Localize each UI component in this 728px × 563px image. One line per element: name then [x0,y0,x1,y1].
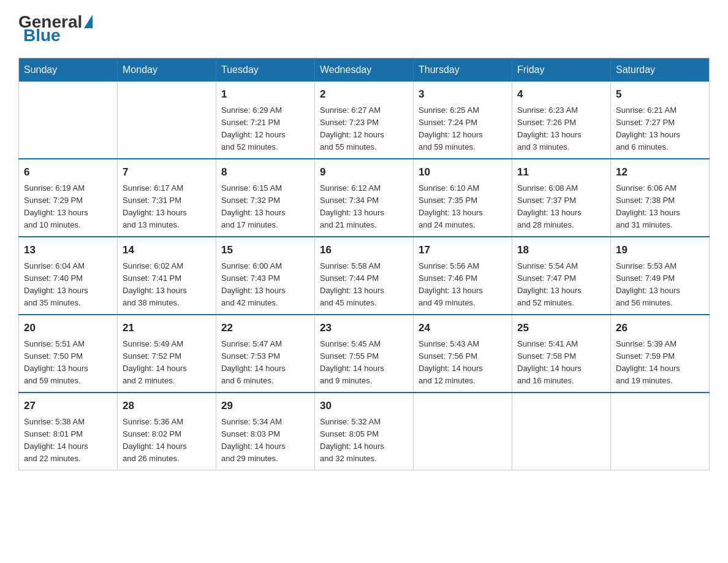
calendar-cell: 11Sunrise: 6:08 AM Sunset: 7:37 PM Dayli… [512,159,611,237]
calendar-cell: 26Sunrise: 5:39 AM Sunset: 7:59 PM Dayli… [611,315,710,393]
calendar-cell: 16Sunrise: 5:58 AM Sunset: 7:44 PM Dayli… [315,237,414,315]
calendar-cell: 24Sunrise: 5:43 AM Sunset: 7:56 PM Dayli… [414,315,512,393]
calendar-cell: 15Sunrise: 6:00 AM Sunset: 7:43 PM Dayli… [216,237,315,315]
calendar-cell: 5Sunrise: 6:21 AM Sunset: 7:27 PM Daylig… [611,82,710,159]
calendar-cell: 9Sunrise: 6:12 AM Sunset: 7:34 PM Daylig… [315,159,414,237]
calendar-cell: 12Sunrise: 6:06 AM Sunset: 7:38 PM Dayli… [611,159,710,237]
day-info: Sunrise: 5:54 AM Sunset: 7:47 PM Dayligh… [517,260,605,310]
calendar-week-3: 13Sunrise: 6:04 AM Sunset: 7:40 PM Dayli… [19,237,710,315]
calendar-cell [611,393,710,470]
calendar-cell: 14Sunrise: 6:02 AM Sunset: 7:41 PM Dayli… [118,237,216,315]
day-info: Sunrise: 5:38 AM Sunset: 8:01 PM Dayligh… [24,416,112,465]
calendar-cell: 6Sunrise: 6:19 AM Sunset: 7:29 PM Daylig… [19,159,118,237]
day-number: 21 [123,320,211,336]
day-info: Sunrise: 6:12 AM Sunset: 7:34 PM Dayligh… [320,182,408,232]
day-info: Sunrise: 6:04 AM Sunset: 7:40 PM Dayligh… [24,260,112,310]
weekday-header-monday: Monday [118,58,216,82]
day-number: 24 [419,320,507,336]
day-number: 3 [419,86,507,102]
day-number: 22 [221,320,309,336]
day-number: 15 [221,242,309,258]
calendar-week-4: 20Sunrise: 5:51 AM Sunset: 7:50 PM Dayli… [19,315,710,393]
day-number: 17 [419,242,507,258]
day-info: Sunrise: 5:49 AM Sunset: 7:52 PM Dayligh… [123,338,211,388]
day-number: 18 [517,242,605,258]
page-header: General Blue [18,12,710,45]
day-number: 13 [24,242,112,258]
calendar-table: SundayMondayTuesdayWednesdayThursdayFrid… [18,58,710,470]
day-info: Sunrise: 6:29 AM Sunset: 7:21 PM Dayligh… [221,104,309,154]
calendar-cell [19,82,118,159]
calendar-week-1: 1Sunrise: 6:29 AM Sunset: 7:21 PM Daylig… [19,82,710,159]
day-number: 2 [320,86,408,102]
calendar-cell: 18Sunrise: 5:54 AM Sunset: 7:47 PM Dayli… [512,237,611,315]
calendar-cell: 2Sunrise: 6:27 AM Sunset: 7:23 PM Daylig… [315,82,414,159]
calendar-cell [118,82,216,159]
day-info: Sunrise: 6:08 AM Sunset: 7:37 PM Dayligh… [517,182,605,232]
day-number: 1 [221,86,309,102]
day-info: Sunrise: 5:41 AM Sunset: 7:58 PM Dayligh… [517,338,605,388]
calendar-cell: 4Sunrise: 6:23 AM Sunset: 7:26 PM Daylig… [512,82,611,159]
day-info: Sunrise: 6:02 AM Sunset: 7:41 PM Dayligh… [123,260,211,310]
day-number: 16 [320,242,408,258]
day-info: Sunrise: 5:39 AM Sunset: 7:59 PM Dayligh… [616,338,704,388]
day-info: Sunrise: 5:47 AM Sunset: 7:53 PM Dayligh… [221,338,309,388]
logo-triangle-icon [84,15,93,28]
day-info: Sunrise: 6:06 AM Sunset: 7:38 PM Dayligh… [616,182,704,232]
day-number: 14 [123,242,211,258]
day-info: Sunrise: 6:23 AM Sunset: 7:26 PM Dayligh… [517,104,605,154]
day-number: 9 [320,164,408,180]
calendar-cell: 29Sunrise: 5:34 AM Sunset: 8:03 PM Dayli… [216,393,315,470]
day-number: 25 [517,320,605,336]
day-number: 5 [616,86,704,102]
calendar-cell: 28Sunrise: 5:36 AM Sunset: 8:02 PM Dayli… [118,393,216,470]
day-info: Sunrise: 6:19 AM Sunset: 7:29 PM Dayligh… [24,182,112,232]
calendar-cell: 25Sunrise: 5:41 AM Sunset: 7:58 PM Dayli… [512,315,611,393]
day-info: Sunrise: 6:15 AM Sunset: 7:32 PM Dayligh… [221,182,309,232]
day-info: Sunrise: 6:00 AM Sunset: 7:43 PM Dayligh… [221,260,309,310]
calendar-cell: 27Sunrise: 5:38 AM Sunset: 8:01 PM Dayli… [19,393,118,470]
calendar-cell: 20Sunrise: 5:51 AM Sunset: 7:50 PM Dayli… [19,315,118,393]
logo: General Blue [18,12,93,45]
day-info: Sunrise: 5:51 AM Sunset: 7:50 PM Dayligh… [24,338,112,388]
calendar-cell: 19Sunrise: 5:53 AM Sunset: 7:49 PM Dayli… [611,237,710,315]
calendar-cell: 21Sunrise: 5:49 AM Sunset: 7:52 PM Dayli… [118,315,216,393]
day-info: Sunrise: 6:17 AM Sunset: 7:31 PM Dayligh… [123,182,211,232]
day-info: Sunrise: 5:43 AM Sunset: 7:56 PM Dayligh… [419,338,507,388]
day-info: Sunrise: 5:53 AM Sunset: 7:49 PM Dayligh… [616,260,704,310]
day-info: Sunrise: 6:27 AM Sunset: 7:23 PM Dayligh… [320,104,408,154]
day-info: Sunrise: 5:56 AM Sunset: 7:46 PM Dayligh… [419,260,507,310]
calendar-cell: 7Sunrise: 6:17 AM Sunset: 7:31 PM Daylig… [118,159,216,237]
day-info: Sunrise: 5:45 AM Sunset: 7:55 PM Dayligh… [320,338,408,388]
day-info: Sunrise: 6:21 AM Sunset: 7:27 PM Dayligh… [616,104,704,154]
logo-blue-text: Blue [23,26,61,45]
day-number: 19 [616,242,704,258]
day-number: 20 [24,320,112,336]
calendar-cell: 13Sunrise: 6:04 AM Sunset: 7:40 PM Dayli… [19,237,118,315]
calendar-cell: 10Sunrise: 6:10 AM Sunset: 7:35 PM Dayli… [414,159,512,237]
day-number: 10 [419,164,507,180]
day-number: 30 [320,398,408,414]
day-info: Sunrise: 5:58 AM Sunset: 7:44 PM Dayligh… [320,260,408,310]
weekday-header-tuesday: Tuesday [216,58,315,82]
day-number: 23 [320,320,408,336]
day-number: 11 [517,164,605,180]
weekday-header-sunday: Sunday [19,58,118,82]
weekday-header-thursday: Thursday [414,58,512,82]
day-number: 7 [123,164,211,180]
day-number: 29 [221,398,309,414]
day-number: 28 [123,398,211,414]
calendar-cell: 23Sunrise: 5:45 AM Sunset: 7:55 PM Dayli… [315,315,414,393]
weekday-header-saturday: Saturday [611,58,710,82]
day-number: 26 [616,320,704,336]
day-number: 4 [517,86,605,102]
day-number: 27 [24,398,112,414]
day-info: Sunrise: 5:34 AM Sunset: 8:03 PM Dayligh… [221,416,309,465]
calendar-week-5: 27Sunrise: 5:38 AM Sunset: 8:01 PM Dayli… [19,393,710,470]
day-number: 12 [616,164,704,180]
day-number: 8 [221,164,309,180]
day-number: 6 [24,164,112,180]
day-info: Sunrise: 5:32 AM Sunset: 8:05 PM Dayligh… [320,416,408,465]
calendar-cell: 1Sunrise: 6:29 AM Sunset: 7:21 PM Daylig… [216,82,315,159]
weekday-header-friday: Friday [512,58,611,82]
